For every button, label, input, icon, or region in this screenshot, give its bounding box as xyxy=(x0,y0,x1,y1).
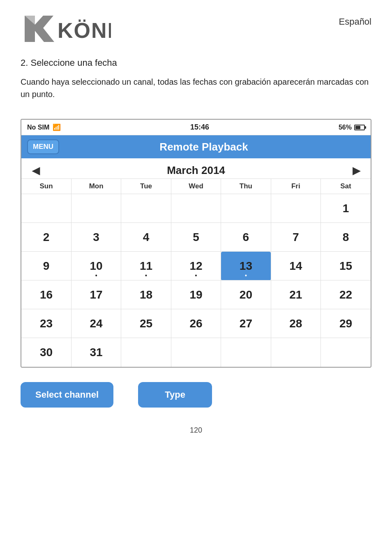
calendar-day[interactable]: 11 xyxy=(121,252,171,280)
status-bar: No SIM 📶 15:46 56% xyxy=(21,120,371,135)
calendar-day[interactable]: 19 xyxy=(171,280,221,309)
page-header: KÖNIG Español xyxy=(0,0,392,49)
calendar-day[interactable]: 25 xyxy=(121,309,171,338)
logo-container: KÖNIG xyxy=(21,12,111,45)
language-label: Español xyxy=(339,16,371,27)
status-right: 56% xyxy=(339,124,365,131)
calendar-day[interactable]: 22 xyxy=(321,280,371,309)
battery-pct: 56% xyxy=(339,124,352,131)
calendar-week-6: 3031 xyxy=(21,338,371,367)
calendar-day xyxy=(171,194,221,223)
calendar-day[interactable]: 1 xyxy=(321,194,371,223)
carrier-label: No SIM xyxy=(27,124,49,131)
calendar-week-4: 16171819202122 xyxy=(21,280,371,309)
select-channel-button[interactable]: Select channel xyxy=(21,382,113,408)
calendar-day[interactable]: 29 xyxy=(321,309,371,338)
status-left: No SIM 📶 xyxy=(27,123,61,131)
step-heading: 2. Seleccione una fecha xyxy=(21,58,371,68)
day-header-wed: Wed xyxy=(171,179,221,194)
calendar-day[interactable]: 14 xyxy=(271,252,321,280)
day-header-thu: Thu xyxy=(221,179,271,194)
calendar-header: ◀ March 2014 ▶ xyxy=(21,158,371,179)
calendar-day xyxy=(21,194,71,223)
calendar-day[interactable]: 15 xyxy=(321,252,371,280)
calendar-day[interactable]: 12 xyxy=(171,252,221,280)
calendar-day[interactable]: 27 xyxy=(221,309,271,338)
prev-month-button[interactable]: ◀ xyxy=(28,165,44,176)
calendar-days-header: Sun Mon Tue Wed Thu Fri Sat xyxy=(21,179,371,194)
calendar-week-3: 9101112131415 xyxy=(21,252,371,280)
phone-mockup: No SIM 📶 15:46 56% MENU Remote Playback … xyxy=(21,119,371,368)
next-month-button[interactable]: ▶ xyxy=(348,165,364,176)
calendar-day[interactable]: 9 xyxy=(21,252,71,280)
calendar-week-2: 2345678 xyxy=(21,223,371,252)
calendar-day[interactable]: 5 xyxy=(171,223,221,252)
calendar-day[interactable]: 2 xyxy=(21,223,71,252)
day-header-fri: Fri xyxy=(271,179,321,194)
svg-marker-0 xyxy=(25,16,54,42)
calendar-day[interactable]: 24 xyxy=(71,309,121,338)
calendar-day xyxy=(321,338,371,367)
calendar-day[interactable]: 4 xyxy=(121,223,171,252)
calendar-week-1: 1 xyxy=(21,194,371,223)
calendar-day[interactable]: 7 xyxy=(271,223,321,252)
nav-title: Remote Playback xyxy=(67,141,340,153)
calendar-day[interactable]: 3 xyxy=(71,223,121,252)
app-nav-bar: MENU Remote Playback xyxy=(21,135,371,158)
calendar-day xyxy=(221,194,271,223)
calendar-day[interactable]: 16 xyxy=(21,280,71,309)
calendar-day[interactable]: 13 xyxy=(221,252,271,280)
battery-icon xyxy=(354,125,365,130)
day-header-sat: Sat xyxy=(321,179,371,194)
calendar-day xyxy=(221,338,271,367)
calendar-day[interactable]: 6 xyxy=(221,223,271,252)
calendar-grid: Sun Mon Tue Wed Thu Fri Sat 123456789101… xyxy=(21,179,371,367)
calendar-month-year: March 2014 xyxy=(167,164,225,177)
calendar-day[interactable]: 20 xyxy=(221,280,271,309)
calendar-day[interactable]: 21 xyxy=(271,280,321,309)
type-button[interactable]: Type xyxy=(138,382,212,408)
calendar-day[interactable]: 30 xyxy=(21,338,71,367)
page-number: 120 xyxy=(0,422,392,447)
calendar-day[interactable]: 17 xyxy=(71,280,121,309)
step-description: Cuando haya seleccionado un canal, todas… xyxy=(21,76,371,100)
konig-logo: KÖNIG xyxy=(21,12,111,45)
calendar-day xyxy=(121,338,171,367)
calendar-day[interactable]: 28 xyxy=(271,309,321,338)
calendar-week-5: 23242526272829 xyxy=(21,309,371,338)
calendar-day xyxy=(121,194,171,223)
calendar-day[interactable]: 8 xyxy=(321,223,371,252)
calendar-day[interactable]: 18 xyxy=(121,280,171,309)
day-header-tue: Tue xyxy=(121,179,171,194)
calendar-day xyxy=(271,194,321,223)
calendar-day[interactable]: 31 xyxy=(71,338,121,367)
calendar-day[interactable]: 26 xyxy=(171,309,221,338)
calendar-day[interactable]: 10 xyxy=(71,252,121,280)
calendar-day xyxy=(271,338,321,367)
calendar-day xyxy=(71,194,121,223)
menu-button[interactable]: MENU xyxy=(27,139,59,154)
day-header-sun: Sun xyxy=(21,179,71,194)
calendar-day xyxy=(171,338,221,367)
wifi-icon: 📶 xyxy=(53,123,61,131)
bottom-buttons: Select channel Type xyxy=(0,368,392,422)
calendar-day[interactable]: 23 xyxy=(21,309,71,338)
instruction-section: 2. Seleccione una fecha Cuando haya sele… xyxy=(0,49,392,119)
status-time: 15:46 xyxy=(190,123,209,132)
svg-text:KÖNIG: KÖNIG xyxy=(58,19,111,42)
calendar-area: ◀ March 2014 ▶ Sun Mon Tue Wed Thu Fri S… xyxy=(21,158,371,367)
day-header-mon: Mon xyxy=(71,179,121,194)
